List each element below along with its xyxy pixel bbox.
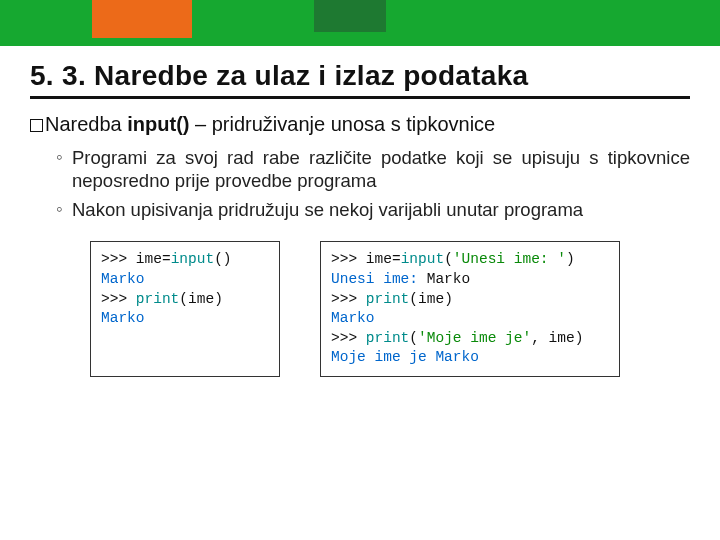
bullet-text: Nakon upisivanja pridružuju se nekoj var… <box>72 198 690 221</box>
code-output: Marko <box>101 310 145 326</box>
code-text: ( <box>409 330 418 346</box>
code-func: print <box>366 330 410 346</box>
code-text: , ime) <box>531 330 583 346</box>
bullet-square-icon <box>30 119 43 132</box>
header-bar <box>0 0 720 46</box>
code-func: input <box>401 251 445 267</box>
bullet-list: ◦ Programi za svoj rad rabe različite po… <box>56 146 690 221</box>
bullet-ring-icon: ◦ <box>56 198 72 221</box>
bullet-text: Programi za svoj rad rabe različite poda… <box>72 146 690 192</box>
code-text: (ime) <box>409 291 453 307</box>
code-func: print <box>366 291 410 307</box>
code-func: input <box>171 251 215 267</box>
code-text: () <box>214 251 231 267</box>
code-text: ( <box>444 251 453 267</box>
code-text: ) <box>566 251 575 267</box>
bullet-ring-icon: ◦ <box>56 146 72 192</box>
code-output: Marko <box>418 271 470 287</box>
slide-title: 5. 3. Naredbe za ulaz i izlaz podataka <box>30 60 690 99</box>
code-text: >>> <box>331 291 366 307</box>
code-text: >>> ime= <box>101 251 171 267</box>
code-output: Marko <box>331 310 375 326</box>
code-text: >>> <box>331 330 366 346</box>
code-output: Moje ime je Marko <box>331 349 479 365</box>
list-item: ◦ Programi za svoj rad rabe različite po… <box>56 146 690 192</box>
lead-bold: input() <box>127 113 189 135</box>
code-box-right: >>> ime=input('Unesi ime: ') Unesi ime: … <box>320 241 620 376</box>
code-text: >>> ime= <box>331 251 401 267</box>
code-box-left: >>> ime=input() Marko >>> print(ime) Mar… <box>90 241 280 376</box>
lead-prefix: Naredba <box>45 113 127 135</box>
deco-orange-block <box>92 0 192 38</box>
slide-content: 5. 3. Naredbe za ulaz i izlaz podataka N… <box>0 46 720 377</box>
code-output: Marko <box>101 271 145 287</box>
code-text: (ime) <box>179 291 223 307</box>
code-row: >>> ime=input() Marko >>> print(ime) Mar… <box>90 241 690 376</box>
lead-line: Naredba input() – pridruživanje unosa s … <box>30 113 690 136</box>
deco-darkgreen-block <box>314 0 386 32</box>
code-output: Unesi ime: <box>331 271 418 287</box>
code-string: 'Moje ime je' <box>418 330 531 346</box>
list-item: ◦ Nakon upisivanja pridružuju se nekoj v… <box>56 198 690 221</box>
code-func: print <box>136 291 180 307</box>
lead-suffix: – pridruživanje unosa s tipkovnice <box>189 113 495 135</box>
code-string: 'Unesi ime: ' <box>453 251 566 267</box>
code-text: >>> <box>101 291 136 307</box>
